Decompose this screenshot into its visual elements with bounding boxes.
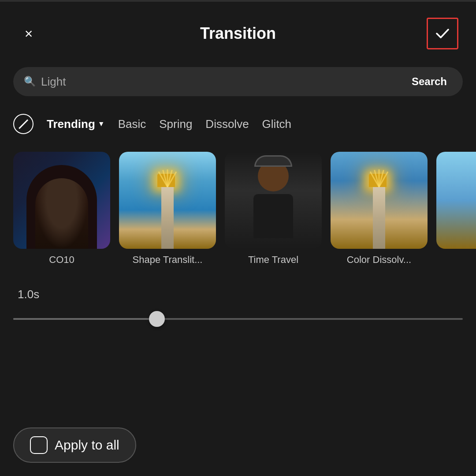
filter-tabs: Trending ▼ Basic Spring Dissolve Glitch bbox=[0, 105, 476, 143]
page-title: Transition bbox=[200, 24, 276, 43]
person-figure bbox=[253, 161, 293, 238]
close-button[interactable]: × bbox=[18, 22, 40, 45]
thumbnail-img-travel bbox=[225, 152, 322, 249]
thumbnail-co10[interactable]: CO10 bbox=[13, 152, 110, 266]
thumbnail-b[interactable] bbox=[436, 152, 476, 266]
slider-container[interactable] bbox=[13, 310, 463, 328]
slider-fill bbox=[13, 318, 157, 320]
thumbnail-img-co10 bbox=[13, 152, 110, 249]
tab-glitch[interactable]: Glitch bbox=[262, 117, 291, 131]
slider-value: 1.0s bbox=[18, 288, 463, 301]
thumbnail-img-b bbox=[436, 152, 476, 249]
chevron-down-icon: ▼ bbox=[98, 120, 105, 128]
thumbnail-shape-transit[interactable]: Shape Translit... bbox=[119, 152, 216, 266]
slider-track bbox=[13, 318, 463, 320]
search-button[interactable]: Search bbox=[406, 72, 452, 91]
lighthouse-top bbox=[157, 174, 175, 187]
person-silhouette bbox=[13, 152, 110, 249]
lighthouse-graphic bbox=[160, 174, 175, 249]
thumbnail-img-dissolv bbox=[331, 152, 428, 249]
lighthouse-body bbox=[161, 187, 174, 249]
tab-basic[interactable]: Basic bbox=[118, 117, 146, 131]
thumbnail-time-travel[interactable]: Time Travel bbox=[225, 152, 322, 266]
lighthouse-body-2 bbox=[373, 187, 385, 249]
person-body bbox=[253, 194, 293, 238]
person-head bbox=[258, 161, 289, 191]
thumbnail-label-dissolv: Color Dissolv... bbox=[347, 254, 411, 266]
header: × Transition bbox=[0, 0, 476, 58]
apply-all-section: Apply to all bbox=[13, 427, 136, 463]
search-input[interactable] bbox=[41, 75, 406, 89]
thumbnail-label-co10: CO10 bbox=[49, 254, 74, 266]
apply-all-label: Apply to all bbox=[55, 438, 119, 453]
tab-trending[interactable]: Trending ▼ bbox=[47, 117, 105, 131]
slider-thumb[interactable] bbox=[149, 311, 165, 327]
search-bar[interactable]: 🔍 Search bbox=[13, 67, 463, 96]
apply-all-button[interactable]: Apply to all bbox=[13, 427, 136, 463]
slider-section: 1.0s bbox=[0, 279, 476, 337]
confirm-button[interactable] bbox=[427, 18, 458, 49]
thumbnail-img-shape bbox=[119, 152, 216, 249]
tab-dissolve[interactable]: Dissolve bbox=[205, 117, 249, 131]
thumbnails-row: CO10 Shape Translit... T bbox=[0, 143, 476, 274]
search-icon: 🔍 bbox=[24, 76, 36, 87]
lighthouse-graphic-2 bbox=[372, 174, 387, 249]
thumbnail-color-dissolv[interactable]: Color Dissolv... bbox=[331, 152, 428, 266]
thumbnail-label-shape: Shape Translit... bbox=[133, 254, 203, 266]
apply-all-checkbox[interactable] bbox=[30, 436, 48, 454]
tab-spring[interactable]: Spring bbox=[159, 117, 192, 131]
thumbnail-label-travel: Time Travel bbox=[248, 254, 298, 266]
no-transition-icon[interactable] bbox=[13, 114, 33, 134]
lighthouse-top-2 bbox=[369, 174, 387, 187]
